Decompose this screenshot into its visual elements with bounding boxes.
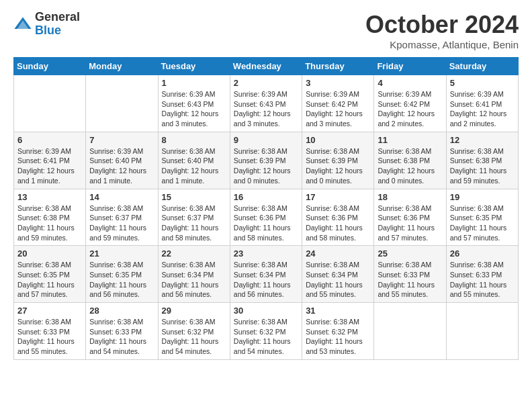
day-number: 20 xyxy=(17,248,82,259)
day-number: 4 xyxy=(378,78,442,88)
day-info: Sunrise: 6:38 AM Sunset: 6:32 PM Dayligh… xyxy=(162,317,226,357)
week-row-2: 6Sunrise: 6:39 AM Sunset: 6:41 PM Daylig… xyxy=(14,132,519,189)
day-number: 27 xyxy=(17,306,82,316)
header-cell-saturday: Saturday xyxy=(446,58,518,75)
day-number: 31 xyxy=(306,306,370,316)
calendar-header: SundayMondayTuesdayWednesdayThursdayFrid… xyxy=(14,58,519,75)
day-info: Sunrise: 6:39 AM Sunset: 6:43 PM Dayligh… xyxy=(234,89,298,129)
day-number: 11 xyxy=(378,135,442,145)
header-cell-thursday: Thursday xyxy=(302,58,374,75)
day-number: 14 xyxy=(89,192,154,202)
day-info: Sunrise: 6:38 AM Sunset: 6:33 PM Dayligh… xyxy=(450,260,515,300)
header-cell-friday: Friday xyxy=(374,58,446,75)
day-cell: 14Sunrise: 6:38 AM Sunset: 6:37 PM Dayli… xyxy=(86,189,158,246)
day-cell: 10Sunrise: 6:38 AM Sunset: 6:39 PM Dayli… xyxy=(302,132,374,189)
day-cell: 1Sunrise: 6:39 AM Sunset: 6:43 PM Daylig… xyxy=(158,75,230,132)
day-number: 24 xyxy=(306,248,370,259)
day-info: Sunrise: 6:39 AM Sunset: 6:40 PM Dayligh… xyxy=(89,146,154,186)
day-cell: 13Sunrise: 6:38 AM Sunset: 6:38 PM Dayli… xyxy=(14,189,86,246)
week-row-4: 20Sunrise: 6:38 AM Sunset: 6:35 PM Dayli… xyxy=(14,246,519,303)
day-cell: 29Sunrise: 6:38 AM Sunset: 6:32 PM Dayli… xyxy=(158,303,230,360)
week-row-5: 27Sunrise: 6:38 AM Sunset: 6:33 PM Dayli… xyxy=(14,303,519,360)
day-number: 12 xyxy=(450,135,515,145)
day-number: 6 xyxy=(17,135,82,145)
day-number: 5 xyxy=(450,78,515,88)
day-number: 9 xyxy=(234,135,298,145)
day-cell: 3Sunrise: 6:39 AM Sunset: 6:42 PM Daylig… xyxy=(302,75,374,132)
title-block: October 2024 Kpomasse, Atlantique, Benin xyxy=(365,11,519,50)
day-cell: 31Sunrise: 6:38 AM Sunset: 6:32 PM Dayli… xyxy=(302,303,374,360)
day-cell: 9Sunrise: 6:38 AM Sunset: 6:39 PM Daylig… xyxy=(230,132,302,189)
day-number: 16 xyxy=(234,192,298,202)
day-info: Sunrise: 6:38 AM Sunset: 6:33 PM Dayligh… xyxy=(17,317,82,357)
day-number: 15 xyxy=(162,192,226,202)
day-info: Sunrise: 6:38 AM Sunset: 6:34 PM Dayligh… xyxy=(234,260,298,300)
day-cell: 6Sunrise: 6:39 AM Sunset: 6:41 PM Daylig… xyxy=(14,132,86,189)
page: General Blue October 2024 Kpomasse, Atla… xyxy=(0,0,532,371)
day-cell: 7Sunrise: 6:39 AM Sunset: 6:40 PM Daylig… xyxy=(86,132,158,189)
day-number: 19 xyxy=(450,192,515,202)
day-info: Sunrise: 6:38 AM Sunset: 6:35 PM Dayligh… xyxy=(17,260,82,300)
day-cell xyxy=(446,303,518,360)
day-cell: 12Sunrise: 6:38 AM Sunset: 6:38 PM Dayli… xyxy=(446,132,518,189)
day-info: Sunrise: 6:38 AM Sunset: 6:33 PM Dayligh… xyxy=(89,317,154,357)
header: General Blue October 2024 Kpomasse, Atla… xyxy=(13,11,519,50)
day-info: Sunrise: 6:39 AM Sunset: 6:41 PM Dayligh… xyxy=(450,89,515,129)
day-cell: 17Sunrise: 6:38 AM Sunset: 6:36 PM Dayli… xyxy=(302,189,374,246)
day-info: Sunrise: 6:38 AM Sunset: 6:35 PM Dayligh… xyxy=(450,203,515,243)
header-row: SundayMondayTuesdayWednesdayThursdayFrid… xyxy=(14,58,519,75)
day-cell: 11Sunrise: 6:38 AM Sunset: 6:38 PM Dayli… xyxy=(374,132,446,189)
day-info: Sunrise: 6:39 AM Sunset: 6:42 PM Dayligh… xyxy=(306,89,370,129)
day-info: Sunrise: 6:38 AM Sunset: 6:39 PM Dayligh… xyxy=(234,146,298,186)
header-cell-monday: Monday xyxy=(86,58,158,75)
day-cell: 26Sunrise: 6:38 AM Sunset: 6:33 PM Dayli… xyxy=(446,246,518,303)
day-cell: 8Sunrise: 6:38 AM Sunset: 6:40 PM Daylig… xyxy=(158,132,230,189)
day-info: Sunrise: 6:38 AM Sunset: 6:36 PM Dayligh… xyxy=(234,203,298,243)
day-cell: 30Sunrise: 6:38 AM Sunset: 6:32 PM Dayli… xyxy=(230,303,302,360)
day-number: 28 xyxy=(89,306,154,316)
day-info: Sunrise: 6:38 AM Sunset: 6:38 PM Dayligh… xyxy=(378,146,442,186)
day-cell: 21Sunrise: 6:38 AM Sunset: 6:35 PM Dayli… xyxy=(86,246,158,303)
day-cell xyxy=(86,75,158,132)
day-cell xyxy=(374,303,446,360)
day-info: Sunrise: 6:38 AM Sunset: 6:32 PM Dayligh… xyxy=(306,317,370,357)
logo-icon xyxy=(13,15,32,34)
day-cell: 15Sunrise: 6:38 AM Sunset: 6:37 PM Dayli… xyxy=(158,189,230,246)
week-row-1: 1Sunrise: 6:39 AM Sunset: 6:43 PM Daylig… xyxy=(14,75,519,132)
logo-general: General xyxy=(35,11,80,24)
header-cell-wednesday: Wednesday xyxy=(230,58,302,75)
day-info: Sunrise: 6:38 AM Sunset: 6:34 PM Dayligh… xyxy=(306,260,370,300)
day-number: 30 xyxy=(234,306,298,316)
day-cell: 25Sunrise: 6:38 AM Sunset: 6:33 PM Dayli… xyxy=(374,246,446,303)
logo-text: General Blue xyxy=(35,11,80,38)
day-number: 2 xyxy=(234,78,298,88)
day-info: Sunrise: 6:39 AM Sunset: 6:43 PM Dayligh… xyxy=(162,89,226,129)
calendar: SundayMondayTuesdayWednesdayThursdayFrid… xyxy=(13,57,519,360)
logo-blue: Blue xyxy=(35,24,80,38)
day-cell: 16Sunrise: 6:38 AM Sunset: 6:36 PM Dayli… xyxy=(230,189,302,246)
day-number: 10 xyxy=(306,135,370,145)
day-number: 22 xyxy=(162,248,226,259)
day-cell xyxy=(14,75,86,132)
day-cell: 2Sunrise: 6:39 AM Sunset: 6:43 PM Daylig… xyxy=(230,75,302,132)
logo: General Blue xyxy=(13,11,80,38)
day-number: 13 xyxy=(17,192,82,202)
day-cell: 20Sunrise: 6:38 AM Sunset: 6:35 PM Dayli… xyxy=(14,246,86,303)
day-number: 7 xyxy=(89,135,154,145)
day-number: 1 xyxy=(162,78,226,88)
location-subtitle: Kpomasse, Atlantique, Benin xyxy=(365,39,519,50)
day-info: Sunrise: 6:38 AM Sunset: 6:36 PM Dayligh… xyxy=(306,203,370,243)
day-info: Sunrise: 6:38 AM Sunset: 6:32 PM Dayligh… xyxy=(234,317,298,357)
day-number: 26 xyxy=(450,248,515,259)
day-number: 25 xyxy=(378,248,442,259)
day-info: Sunrise: 6:38 AM Sunset: 6:35 PM Dayligh… xyxy=(89,260,154,300)
day-number: 29 xyxy=(162,306,226,316)
calendar-body: 1Sunrise: 6:39 AM Sunset: 6:43 PM Daylig… xyxy=(14,75,519,360)
day-cell: 27Sunrise: 6:38 AM Sunset: 6:33 PM Dayli… xyxy=(14,303,86,360)
day-cell: 19Sunrise: 6:38 AM Sunset: 6:35 PM Dayli… xyxy=(446,189,518,246)
day-info: Sunrise: 6:39 AM Sunset: 6:42 PM Dayligh… xyxy=(378,89,442,129)
day-cell: 22Sunrise: 6:38 AM Sunset: 6:34 PM Dayli… xyxy=(158,246,230,303)
day-info: Sunrise: 6:38 AM Sunset: 6:37 PM Dayligh… xyxy=(89,203,154,243)
day-cell: 23Sunrise: 6:38 AM Sunset: 6:34 PM Dayli… xyxy=(230,246,302,303)
day-info: Sunrise: 6:38 AM Sunset: 6:38 PM Dayligh… xyxy=(450,146,515,186)
